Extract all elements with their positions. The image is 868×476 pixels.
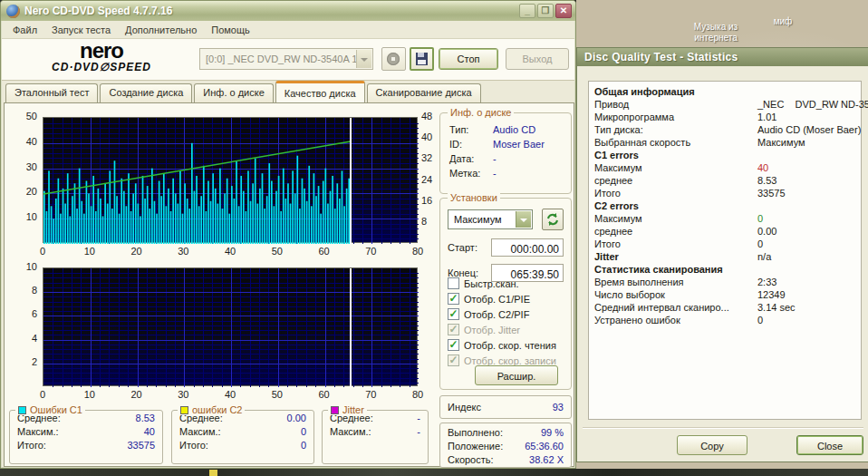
statistics-title-bar[interactable]: Disc Quality Test - Statistics bbox=[577, 48, 868, 66]
stats-value: n/a bbox=[757, 251, 771, 264]
legend-box-jitter: JitterСреднее:-Максим.:- bbox=[322, 410, 429, 464]
menu-item-extra[interactable]: Дополнительно bbox=[118, 23, 204, 37]
index-label: Индекс bbox=[448, 402, 481, 413]
axis-tick-label: 10 bbox=[79, 389, 101, 401]
stats-value: 3.14 sec bbox=[757, 302, 796, 315]
stats-value: 0 bbox=[757, 238, 763, 251]
stats-value: 0 bbox=[757, 315, 763, 327]
tab-strip: Эталонный тестСоздание дискаИнф. о диске… bbox=[5, 81, 481, 102]
eject-disc-button[interactable] bbox=[381, 47, 406, 71]
stats-label: Микропрограмма bbox=[594, 112, 757, 124]
stats-value: 0 bbox=[757, 213, 763, 226]
stats-row: Выбранная скоростьМаксимум bbox=[589, 137, 861, 150]
checkbox-box bbox=[448, 277, 459, 289]
exit-button[interactable]: Выход bbox=[506, 48, 569, 70]
statistics-footer: Copy Close bbox=[583, 427, 863, 461]
disc-info-label: Метка: bbox=[449, 168, 493, 182]
legend-title: Jitter bbox=[342, 404, 364, 415]
disc-info-row: Метка:- bbox=[449, 168, 571, 182]
c2-error-chart bbox=[43, 267, 418, 386]
axis-tick-label: 20 bbox=[126, 246, 148, 257]
menu-item-file[interactable]: Файл bbox=[5, 23, 44, 37]
axis-tick-label: 80 bbox=[407, 246, 429, 257]
checkbox-label: Отобр. C1/PIE bbox=[464, 294, 530, 305]
close-statistics-button[interactable]: Close bbox=[796, 435, 863, 455]
axis-tick-label: 50 bbox=[266, 389, 288, 401]
drive-select[interactable]: [0:0] _NEC DVD_RW ND-3540A 1.01 bbox=[199, 48, 373, 70]
save-floppy-icon bbox=[416, 53, 428, 65]
axis-tick-label: 24 bbox=[421, 174, 441, 186]
stats-value: 1.01 bbox=[757, 112, 776, 124]
stats-label: Общая информация bbox=[594, 86, 757, 99]
start-input[interactable] bbox=[491, 238, 564, 257]
stats-row: Итого33575 bbox=[589, 188, 861, 200]
checkbox-show-c1[interactable]: ✓Отобр. C1/PIE bbox=[448, 291, 569, 306]
stats-row: Jittern/a bbox=[589, 251, 861, 264]
tab-benchmark[interactable]: Эталонный тест bbox=[5, 83, 98, 102]
chevron-down-icon[interactable] bbox=[356, 50, 371, 68]
tab-page: Ошибки C1Среднее:8.53Максим.:40Итого:335… bbox=[4, 102, 574, 467]
axis-tick-label: 32 bbox=[421, 152, 441, 164]
index-box: Индекс 93 bbox=[439, 395, 572, 419]
speed-select[interactable]: Максимум bbox=[448, 209, 533, 229]
disc-info-label: Тип: bbox=[449, 124, 493, 139]
copy-button[interactable]: Copy bbox=[677, 435, 747, 455]
stats-value: Audio CD (Moser Baer) bbox=[757, 124, 861, 137]
disc-info-group: Инф. о диске Тип:Audio CDID:Moser BaerДа… bbox=[439, 112, 572, 194]
stats-row: среднее0.00 bbox=[589, 226, 861, 238]
legend-stat-row: Итого:0 bbox=[179, 438, 306, 452]
stats-value: 40 bbox=[757, 162, 768, 175]
checkbox-label: Отобр. скор. записи bbox=[464, 355, 556, 366]
legend-color-swatch bbox=[180, 406, 188, 414]
axis-tick-label: 48 bbox=[421, 111, 441, 122]
checkbox-show-read-speed[interactable]: ✓Отобр. скор. чтения bbox=[448, 337, 569, 353]
save-button[interactable] bbox=[410, 47, 434, 71]
checkbox-label: Отобр. скор. чтения bbox=[464, 340, 556, 351]
disc-info-value: - bbox=[493, 153, 497, 168]
legend-stat-label: Максим.: bbox=[330, 426, 371, 437]
stats-row: Тип диска:Audio CD (Moser Baer) bbox=[589, 124, 861, 137]
axis-tick-label: 30 bbox=[12, 161, 37, 173]
stats-row: Устранено ошибок0 bbox=[589, 315, 861, 327]
legend-stat-row: Итого:33575 bbox=[17, 438, 155, 452]
desktop-mif-label[interactable]: миф bbox=[763, 16, 803, 27]
close-button[interactable]: ✕ bbox=[555, 4, 572, 18]
axis-tick-label: 50 bbox=[12, 111, 37, 122]
axis-tick-label: 0 bbox=[32, 246, 53, 257]
tab-disc-info[interactable]: Инф. о диске bbox=[194, 83, 273, 102]
refresh-button[interactable] bbox=[542, 209, 564, 230]
minimize-button[interactable]: _ bbox=[519, 4, 535, 18]
maximize-button[interactable]: ❒ bbox=[537, 4, 554, 18]
menu-item-run-test[interactable]: Запуск теста bbox=[44, 23, 118, 37]
advanced-button[interactable]: Расшир. bbox=[475, 365, 558, 385]
disc-info-label: Дата: bbox=[449, 153, 493, 168]
axis-tick-label: 8 bbox=[12, 285, 37, 296]
stats-label: Время выполнения bbox=[594, 277, 757, 289]
axis-tick-label: 30 bbox=[172, 389, 194, 401]
axis-tick-label: 6 bbox=[12, 308, 37, 320]
stop-button[interactable]: Стоп bbox=[439, 48, 498, 70]
checkbox-show-c2[interactable]: ✓Отобр. C2/PIF bbox=[448, 306, 569, 322]
legend-stat-value: - bbox=[417, 426, 420, 437]
checkbox-box: ✓ bbox=[448, 308, 459, 320]
tab-scan-disc[interactable]: Сканирование диска bbox=[367, 83, 481, 102]
title-bar[interactable]: Nero CD-DVD Speed 4.7.7.16 _ ❒ ✕ bbox=[1, 1, 575, 21]
chevron-down-icon[interactable] bbox=[516, 211, 531, 228]
disc-info-row: Тип:Audio CD bbox=[449, 124, 571, 139]
legend-stat-value: 8.53 bbox=[136, 413, 155, 423]
desktop-folder-label[interactable]: Музыка из интернета bbox=[672, 22, 759, 44]
axis-tick-label: 40 bbox=[219, 389, 241, 401]
stats-row: Максимум40 bbox=[589, 162, 861, 175]
checkbox-label: Отобр. Jitter bbox=[464, 325, 520, 335]
stats-row: C2 errors bbox=[589, 200, 861, 213]
legend-stat-value: 0 bbox=[301, 440, 306, 451]
tab-create-disc[interactable]: Создание диска bbox=[100, 83, 192, 102]
checkbox-show-jitter[interactable]: ✓Отобр. Jitter bbox=[448, 322, 569, 337]
tab-disc-quality[interactable]: Качество диска bbox=[275, 81, 365, 102]
stats-row: Число выборок12349 bbox=[589, 289, 861, 302]
checkbox-label: Отобр. C2/PIF bbox=[464, 309, 529, 320]
menu-item-help[interactable]: Помощь bbox=[204, 23, 257, 37]
axis-tick-label: 40 bbox=[12, 136, 37, 148]
checkbox-quick-scan[interactable]: Быстр.скан. bbox=[448, 276, 569, 291]
axis-tick-label: 2 bbox=[12, 356, 37, 368]
